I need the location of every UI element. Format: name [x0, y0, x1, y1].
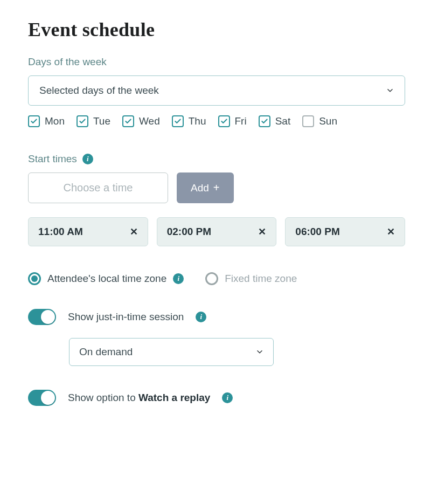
day-label-fri: Fri	[235, 115, 247, 127]
radio-label: Attendee's local time zone	[47, 273, 166, 285]
plus-icon: +	[213, 182, 220, 194]
replay-label-strong: Watch a replay	[138, 392, 210, 403]
start-times-label: Start times i	[28, 153, 405, 165]
radio-button-icon	[205, 272, 218, 285]
day-label-sun: Sun	[319, 115, 337, 127]
day-label-tue: Tue	[93, 115, 110, 127]
jit-label: Show just-in-time session	[68, 311, 184, 323]
checkbox-tue[interactable]	[77, 115, 88, 127]
days-of-week-label: Days of the week	[28, 56, 405, 68]
info-icon[interactable]: i	[82, 154, 93, 164]
chevron-down-icon	[256, 348, 263, 356]
replay-toggle-row: Show option to Watch a replay i	[28, 390, 405, 406]
checkbox-sat[interactable]	[259, 115, 270, 127]
day-label-sat: Sat	[275, 115, 291, 127]
time-input[interactable]: Choose a time	[28, 172, 168, 203]
add-button-label: Add	[191, 182, 209, 194]
days-of-week-select[interactable]: Selected days of the week	[28, 75, 405, 106]
replay-label-prefix: Show option to	[68, 392, 138, 403]
chevron-down-icon	[386, 87, 394, 94]
jit-mode-select[interactable]: On demand	[69, 338, 274, 366]
info-icon[interactable]: i	[222, 392, 233, 403]
time-chip-label: 11:00 AM	[38, 226, 83, 238]
jit-toggle[interactable]	[28, 309, 56, 325]
remove-time-icon[interactable]: ✕	[387, 226, 395, 238]
checkbox-fri[interactable]	[218, 115, 230, 127]
time-chip-label: 02:00 PM	[167, 226, 211, 238]
replay-label: Show option to Watch a replay	[68, 392, 210, 404]
radio-attendee-local[interactable]: Attendee's local time zone i	[28, 272, 184, 285]
checkbox-wed[interactable]	[122, 115, 134, 127]
time-chip: 11:00 AM ✕	[28, 217, 148, 246]
time-chip: 06:00 PM ✕	[285, 217, 405, 246]
days-of-week-label-text: Days of the week	[28, 56, 107, 68]
replay-toggle[interactable]	[28, 390, 56, 406]
time-chip: 02:00 PM ✕	[157, 217, 277, 246]
page-title: Event schedule	[28, 18, 405, 41]
radio-button-icon	[28, 272, 41, 285]
checkbox-thu[interactable]	[172, 115, 184, 127]
start-times-label-text: Start times	[28, 153, 77, 165]
days-of-week-select-value: Selected days of the week	[39, 85, 159, 96]
jit-toggle-row: Show just-in-time session i	[28, 309, 405, 325]
selected-times-row: 11:00 AM ✕ 02:00 PM ✕ 06:00 PM ✕	[28, 217, 405, 246]
days-checkbox-row: Mon Tue Wed Thu Fri	[28, 115, 405, 127]
day-label-wed: Wed	[139, 115, 160, 127]
add-time-button[interactable]: Add +	[177, 172, 234, 203]
timezone-radio-group: Attendee's local time zone i Fixed time …	[28, 272, 405, 285]
checkbox-sun[interactable]	[302, 115, 314, 127]
day-label-mon: Mon	[45, 115, 65, 127]
info-icon[interactable]: i	[173, 273, 184, 284]
checkbox-mon[interactable]	[28, 115, 40, 127]
remove-time-icon[interactable]: ✕	[258, 226, 266, 238]
radio-fixed-timezone[interactable]: Fixed time zone	[205, 272, 297, 285]
info-icon[interactable]: i	[196, 312, 206, 322]
jit-mode-select-value: On demand	[79, 346, 133, 358]
day-label-thu: Thu	[189, 115, 206, 127]
time-chip-label: 06:00 PM	[295, 226, 339, 238]
radio-label: Fixed time zone	[225, 273, 297, 285]
remove-time-icon[interactable]: ✕	[130, 226, 138, 238]
